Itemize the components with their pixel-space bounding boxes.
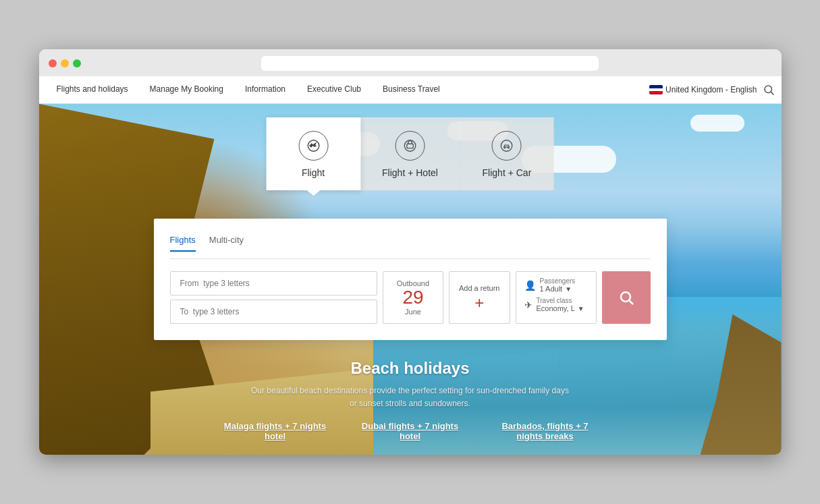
nav-bar: Flights and holidays Manage My Booking I… xyxy=(39,76,782,104)
maximize-button[interactable] xyxy=(73,59,81,67)
return-label: Add a return xyxy=(459,284,500,292)
outbound-day: 29 xyxy=(402,287,423,308)
form-row: Outbound 29 June Add a return + 👤 xyxy=(170,271,651,324)
region-selector[interactable]: United Kingdom - English xyxy=(649,85,757,94)
booking-tabs: Flight Flight + Hotel xyxy=(266,117,554,190)
from-input[interactable] xyxy=(170,271,377,296)
form-tabs: Flights Multi-city xyxy=(170,235,651,259)
browser-window: Flights and holidays Manage My Booking I… xyxy=(39,49,782,455)
nav-item-executive-club[interactable]: Executive Club xyxy=(296,76,372,103)
svg-point-5 xyxy=(501,140,513,152)
outbound-month: June xyxy=(405,308,421,316)
flight-car-tab-icon xyxy=(492,131,522,161)
nav-right: United Kingdom - English xyxy=(649,84,774,96)
passengers-row[interactable]: 👤 Passengers 1 Adult ▼ xyxy=(524,277,588,293)
passengers-value: 1 Adult xyxy=(540,285,563,293)
svg-point-6 xyxy=(621,292,630,302)
hero-section: Flight Flight + Hotel xyxy=(39,104,782,455)
beach-title: Beach holidays xyxy=(53,359,768,378)
travel-class-dropdown-arrow: ▼ xyxy=(578,305,584,312)
svg-line-7 xyxy=(629,301,633,305)
nav-item-information[interactable]: Information xyxy=(234,76,296,103)
nav-item-business-travel[interactable]: Business Travel xyxy=(372,76,451,103)
nav-item-flights-holidays[interactable]: Flights and holidays xyxy=(46,76,139,103)
svg-line-1 xyxy=(771,92,773,94)
passengers-dropdown-arrow: ▼ xyxy=(565,285,572,293)
add-return-icon: + xyxy=(474,295,484,311)
travel-class-info: Travel class Economy, L ▼ xyxy=(537,297,584,312)
travel-class-label: Travel class xyxy=(537,297,584,304)
nav-item-manage-booking[interactable]: Manage My Booking xyxy=(139,76,234,103)
search-button-icon xyxy=(618,289,634,306)
travel-class-value: Economy, L xyxy=(537,304,575,312)
tab-flight-hotel-label: Flight + Hotel xyxy=(382,167,438,178)
svg-rect-4 xyxy=(407,144,413,148)
traffic-lights xyxy=(49,59,81,67)
passengers-label: Passengers xyxy=(540,277,576,285)
outbound-label: Outbound xyxy=(397,279,429,287)
uk-flag-icon xyxy=(649,85,663,94)
form-tab-flights[interactable]: Flights xyxy=(170,235,196,252)
address-bar[interactable] xyxy=(261,56,599,71)
travel-class-plane-icon: ✈ xyxy=(524,300,532,310)
tab-flight-hotel[interactable]: Flight + Hotel xyxy=(360,117,460,190)
search-icon[interactable] xyxy=(763,84,775,96)
to-input[interactable] xyxy=(170,300,377,324)
flight-tab-icon xyxy=(298,131,328,161)
outbound-date[interactable]: Outbound 29 June xyxy=(383,271,443,324)
beach-section: Beach holidays Our beautiful beach desti… xyxy=(39,340,782,455)
cloud-4 xyxy=(690,115,744,132)
beach-links: Malaga flights + 7 nights hotel Dubai fl… xyxy=(53,421,768,441)
form-tab-multi-city[interactable]: Multi-city xyxy=(209,235,244,252)
region-label: United Kingdom - English xyxy=(665,85,757,94)
travel-class-row[interactable]: ✈ Travel class Economy, L ▼ xyxy=(524,297,588,312)
tab-flight-car[interactable]: Flight + Car xyxy=(460,117,554,190)
site-wrapper: Flights and holidays Manage My Booking I… xyxy=(39,76,782,455)
search-button[interactable] xyxy=(602,271,651,324)
beach-link-malaga[interactable]: Malaga flights + 7 nights hotel xyxy=(221,421,329,441)
minimize-button[interactable] xyxy=(61,59,69,67)
beach-link-barbados[interactable]: Barbados, flights + 7 nights breaks xyxy=(491,421,599,441)
tab-flight-label: Flight xyxy=(302,167,325,178)
search-form: Flights Multi-city Outbound 29 June xyxy=(154,219,667,340)
passengers-class-group: 👤 Passengers 1 Adult ▼ ✈ xyxy=(516,271,597,324)
browser-chrome xyxy=(39,49,782,76)
flight-hotel-tab-icon xyxy=(395,131,425,161)
origin-destination-group xyxy=(170,271,377,324)
tab-flight[interactable]: Flight xyxy=(266,117,360,190)
svg-point-3 xyxy=(404,140,416,152)
return-date[interactable]: Add a return + xyxy=(449,271,510,324)
tab-flight-car-label: Flight + Car xyxy=(483,167,532,178)
beach-description: Our beautiful beach destinations provide… xyxy=(248,385,572,410)
passenger-icon: 👤 xyxy=(524,280,536,291)
svg-point-0 xyxy=(765,86,772,93)
beach-link-dubai[interactable]: Dubai flights + 7 nights hotel xyxy=(356,421,464,441)
close-button[interactable] xyxy=(49,59,57,67)
passengers-info: Passengers 1 Adult ▼ xyxy=(540,277,576,293)
